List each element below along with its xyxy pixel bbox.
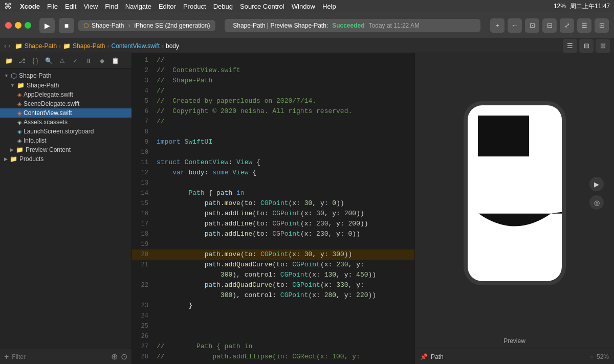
menu-view[interactable]: View: [83, 3, 98, 10]
menu-edit[interactable]: Edit: [65, 3, 76, 10]
sidebar-symbols-button[interactable]: { }: [30, 55, 41, 66]
scheme-selector[interactable]: ⬡ Shape-Path › iPhone SE (2nd generation…: [78, 20, 215, 31]
code-line: 12 var body: some View {: [132, 168, 414, 178]
line-number: 27: [132, 342, 155, 352]
minimize-button[interactable]: [15, 22, 21, 29]
menu-xcode[interactable]: Xcode: [20, 3, 40, 10]
menu-window[interactable]: Window: [292, 3, 315, 10]
filter-recent-icon[interactable]: ⊙: [121, 352, 127, 361]
code-line: 20 path.move(to: CGPoint(x: 30, y: 300)): [132, 249, 414, 260]
breadcrumb-contentview[interactable]: ContentView.swift: [111, 42, 160, 50]
code-line: 11struct ContentView: View {: [132, 157, 414, 168]
sidebar-item-products[interactable]: ▶ 📁 Products: [0, 154, 131, 164]
sidebar-debug-button[interactable]: ⏸: [83, 55, 94, 66]
sidebar-item-assets[interactable]: ◈ Assets.xcassets: [0, 118, 131, 127]
zoom-minus-button[interactable]: −: [590, 353, 594, 360]
line-content: // Created by paperclouds on 2020/7/14.: [155, 96, 414, 106]
inspector-button[interactable]: ⊞: [595, 18, 609, 33]
stop-button[interactable]: ■: [59, 18, 74, 33]
breadcrumb-shape-path-root[interactable]: Shape-Path: [25, 42, 57, 50]
sidebar-assets-label: Assets.xcassets: [24, 119, 68, 126]
sidebar-item-preview-content[interactable]: ▶ 📁 Preview Content: [0, 145, 131, 154]
collapsed-icon-2: ▶: [4, 156, 8, 162]
menu-debug[interactable]: Debug: [213, 3, 233, 10]
sidebar-item-launchscreen[interactable]: ◈ LaunchScreen.storyboard: [0, 127, 131, 136]
hide-sidebar-button[interactable]: ☰: [563, 39, 577, 53]
line-content: path.move(to: CGPoint(x: 30, y: 0)): [155, 198, 414, 209]
sidebar-item-contentview[interactable]: ◈ ContentView.swift: [0, 108, 131, 118]
menu-file[interactable]: File: [47, 3, 58, 10]
nav-forward[interactable]: ›: [8, 42, 10, 50]
sidebar-tests-button[interactable]: ✓: [70, 55, 81, 66]
navigator-button[interactable]: ☰: [577, 18, 591, 33]
preview-canvas: ▶ ◎: [415, 53, 614, 333]
preview-play-button[interactable]: ▶: [589, 177, 604, 191]
menu-navigate[interactable]: Navigate: [125, 3, 151, 10]
add-tab-button[interactable]: +: [490, 18, 505, 33]
editor-area: 1//2// ContentView.swift3// Shape-Path4/…: [132, 53, 414, 364]
preview-label: Preview: [503, 333, 525, 349]
line-number: 14: [132, 188, 155, 198]
line-number: 10: [132, 147, 155, 157]
breadcrumb-bar: ‹ › 📁 Shape-Path › 📁 Shape-Path › Conten…: [0, 39, 614, 53]
sidebar-issues-button[interactable]: ⚠: [56, 55, 68, 66]
run-button[interactable]: ▶: [39, 18, 55, 33]
show-inspector-button[interactable]: ⊞: [596, 39, 610, 53]
sidebar-toolbar: 📁 ⎇ { } 🔍 ⚠ ✓ ⏸ ◆ 📋: [0, 53, 131, 69]
sidebar-search-button[interactable]: 🔍: [43, 55, 54, 66]
menu-find[interactable]: Find: [105, 3, 118, 10]
line-number: 4: [132, 86, 155, 96]
menu-product[interactable]: Product: [183, 3, 206, 10]
line-content: path.addQuadCurve(to: CGPoint(x: 230, y:: [155, 260, 414, 270]
sidebar-breakpoints-button[interactable]: ◆: [96, 55, 107, 66]
filter-input[interactable]: [12, 353, 108, 360]
sidebar-item-shape-path-folder[interactable]: ▼ 📁 Shape-Path: [0, 81, 131, 90]
show-minimap-button[interactable]: ⊟: [579, 39, 594, 53]
sidebar-appdelegate-label: AppDelegate.swift: [24, 91, 73, 98]
code-line: 10: [132, 147, 414, 157]
line-number: 22: [132, 280, 155, 290]
breadcrumb-shape-path[interactable]: Shape-Path: [73, 42, 105, 50]
preview-inspect-button[interactable]: ◎: [589, 195, 604, 210]
line-number: 18: [132, 229, 155, 239]
code-line: 16 path.addLine(to: CGPoint(x: 30, y: 20…: [132, 209, 414, 219]
code-line: 19: [132, 239, 414, 249]
code-line: 22 path.addQuadCurve(to: CGPoint(x: 330,…: [132, 280, 414, 290]
code-line: 3// Shape-Path: [132, 76, 414, 86]
sidebar-source-control-button[interactable]: ⎇: [16, 55, 28, 66]
sidebar-item-root[interactable]: ▼ ⬡ Shape-Path: [0, 71, 131, 81]
nav-back[interactable]: ‹: [4, 42, 6, 50]
sidebar-file-nav-button[interactable]: 📁: [3, 55, 14, 66]
menu-editor[interactable]: Editor: [159, 3, 176, 10]
maximize-button[interactable]: [25, 22, 31, 29]
code-line: 2// ContentView.swift: [132, 65, 414, 76]
pin-icon[interactable]: 📌: [420, 353, 428, 360]
line-number: 15: [132, 198, 155, 209]
split-vertical-button[interactable]: ⊟: [542, 18, 557, 33]
menu-help[interactable]: Help: [322, 3, 336, 10]
line-content: path.addLine(to: CGPoint(x: 230, y: 0)): [155, 229, 414, 239]
code-editor[interactable]: 1//2// ContentView.swift3// Shape-Path4/…: [132, 53, 414, 364]
line-content: // Path { path in: [155, 342, 414, 352]
shape-wave: [468, 208, 562, 251]
breadcrumb-body[interactable]: body: [166, 42, 179, 50]
close-button[interactable]: [5, 22, 12, 29]
sidebar-report-button[interactable]: 📋: [109, 55, 121, 66]
line-number: 19: [132, 239, 155, 249]
code-line: 28// path.addEllipse(in: CGRect(x: 100, …: [132, 352, 414, 362]
code-line: 4//: [132, 86, 414, 96]
split-horizontal-button[interactable]: ⊡: [525, 18, 539, 33]
back-button[interactable]: ←: [508, 18, 522, 33]
preview-panel: ▶ ◎ Preview 📌 Path − 52%: [414, 53, 614, 364]
add-file-icon[interactable]: +: [4, 352, 9, 361]
xcassets-icon: ◈: [17, 119, 21, 126]
menu-source-control[interactable]: Source Control: [240, 3, 284, 10]
fullscreen-button[interactable]: ⤢: [560, 18, 574, 33]
filter-options-icon[interactable]: ⊕: [111, 352, 118, 361]
sidebar-item-scenedelegate[interactable]: ◈ SceneDelegate.swift: [0, 99, 131, 108]
apple-menu-icon[interactable]: ⌘: [4, 2, 12, 11]
line-content: var body: some View {: [155, 168, 414, 178]
sidebar-root-label: Shape-Path: [19, 72, 51, 79]
sidebar-item-infoplist[interactable]: ◈ Info.plist: [0, 136, 131, 145]
sidebar-item-appdelegate[interactable]: ◈ AppDelegate.swift: [0, 90, 131, 99]
